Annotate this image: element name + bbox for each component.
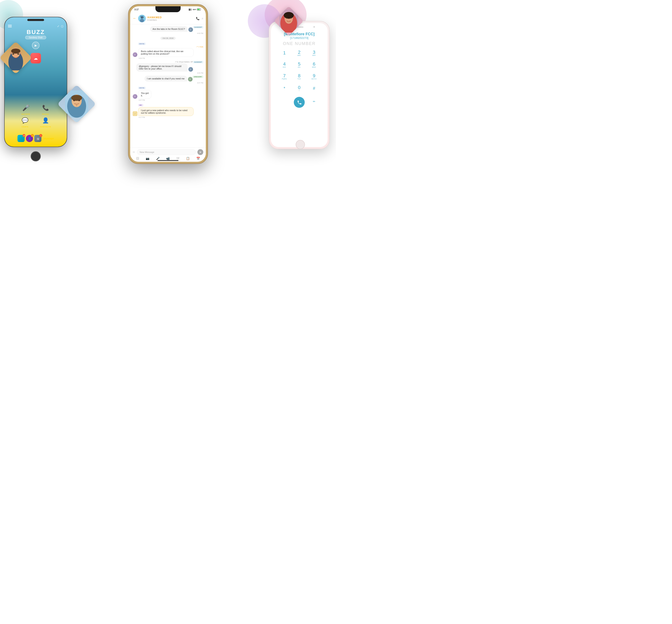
dial-screen: [Montefiore FCC] [17189202273] ONE NUMBE… <box>271 29 328 147</box>
chat-messages-area[interactable]: SANDEEP Are the labs in for Room 511C? S… <box>130 24 206 139</box>
volume-down-button[interactable] <box>269 51 269 57</box>
svg-rect-12 <box>142 17 144 18</box>
dial-sub-0: + <box>299 90 300 92</box>
dictate-button[interactable]: 🎤 DICTATE <box>21 103 30 115</box>
left-phone-notch <box>27 19 44 21</box>
call-button[interactable] <box>294 97 305 108</box>
caller-name: [Montefiore FCC] <box>274 32 324 36</box>
dial-key-0[interactable]: 0 + <box>293 83 306 94</box>
app-avatar[interactable]: 👤 1 <box>26 135 33 142</box>
calendar-icon[interactable]: 📅 <box>196 157 200 160</box>
contacts-button[interactable]: 👤 CONTACTS <box>40 116 51 128</box>
message-bubble-divya: Boris called about the clinical trial. A… <box>138 48 194 57</box>
message-time-me: 3:17 PM <box>139 116 203 118</box>
status-time: 3:17 <box>134 8 139 11</box>
message-text-sandeep-2: @gregory - please let me know if I shoul… <box>139 65 182 70</box>
phone-button[interactable]: 📞 PHONE <box>41 103 50 115</box>
menu-icon[interactable]: ≡ <box>201 17 203 20</box>
svg-point-20 <box>76 105 77 106</box>
dial-key-5[interactable]: 5 JKL <box>293 59 306 70</box>
hamburger-line-3 <box>8 27 12 27</box>
mic-icon[interactable]: 🎤 <box>156 157 160 160</box>
svg-point-19 <box>78 100 80 101</box>
sender-badge-divya: DIVYA <box>138 43 145 45</box>
battery-icon <box>197 8 201 10</box>
app-android[interactable]: 🤖 2 <box>34 135 42 142</box>
map-icon[interactable]: 🗺 <box>177 157 179 160</box>
video-icon: ▶ <box>35 44 37 47</box>
phone-call-icon[interactable]: 📞 <box>196 17 199 20</box>
send-button[interactable]: ➤ <box>197 149 203 155</box>
svg-point-25 <box>286 17 288 19</box>
hamburger-menu[interactable] <box>8 25 12 27</box>
dial-pad: 1 2 ABC 3 DEF 4 GHI <box>274 48 324 94</box>
gallery-icon[interactable]: 🖼 <box>136 157 139 160</box>
dial-num-1: 1 <box>283 51 286 55</box>
message-bubble-right: Are the labs in for Room 511C? <box>150 26 188 32</box>
message-input-row: ✏ New Message ➤ <box>133 149 203 155</box>
dial-sub-6: MNO <box>312 67 316 68</box>
center-phone: 3:17 ▐▌▌ WiFi ← <box>128 4 208 164</box>
chats-button[interactable]: 💬 CHATS <box>20 116 30 128</box>
dial-num-5: 5 <box>298 62 300 67</box>
dial-key-star[interactable]: * <box>278 83 291 94</box>
avatar-gregory: G <box>188 77 193 81</box>
svg-point-9 <box>140 16 142 17</box>
dial-num-6: 6 <box>313 62 316 67</box>
video-attach-icon[interactable]: 📹 <box>166 157 170 160</box>
dial-sub-3: DEF <box>312 55 316 56</box>
svg-point-17 <box>71 95 82 101</box>
dial-key-1[interactable]: 1 <box>278 48 291 58</box>
dial-star: * <box>284 86 285 91</box>
right-phone-home-button[interactable] <box>296 140 305 149</box>
dial-num-9: 9 <box>313 74 316 78</box>
dial-key-2[interactable]: 2 ABC <box>293 48 306 58</box>
dial-num-7: 7 <box>283 74 286 78</box>
buzz-title: BUZZ <box>27 29 45 35</box>
edit-icon: ✏ <box>313 100 316 103</box>
back-button[interactable]: ← <box>133 16 136 21</box>
dial-key-9[interactable]: 9 WXYZ <box>307 71 321 82</box>
date-divider-text: Oct 26, 2018 <box>160 37 176 40</box>
me-check-icon: ✓ <box>133 111 137 116</box>
message-divya-2: D DIVYA You got it. 3:07 PM <box>133 85 203 101</box>
dial-key-4[interactable]: 4 GHI <box>278 59 291 70</box>
chat-input-area: ✏ New Message ➤ 🖼 📷 🎤 📹 🗺 📋 📅 <box>130 147 206 162</box>
call-action-row: ✏ <box>274 95 324 108</box>
hamburger-line-1 <box>8 25 12 25</box>
sender-badge-sandeep-2: SANDEEP <box>193 61 203 63</box>
power-button[interactable] <box>329 47 330 57</box>
reply-to-label: ↗ to: Divya Katdare, NP <box>133 61 203 63</box>
svg-point-8 <box>140 19 144 22</box>
dial-num-8: 8 <box>298 74 300 78</box>
dial-num-2: 2 <box>298 50 300 55</box>
video-button[interactable]: ▶ <box>32 42 39 49</box>
edit-button[interactable]: ✏ <box>311 98 318 105</box>
message-time-divya: 3:00 PM <box>139 57 203 59</box>
buzz-user-name: Sandeep Shah <box>25 36 46 39</box>
dial-key-7[interactable]: 7 PQRS <box>278 71 291 82</box>
dial-key-hash[interactable]: # <box>307 83 321 94</box>
center-phone-screen: 3:17 ▐▌▌ WiFi ← <box>130 6 206 162</box>
dial-key-8[interactable]: 8 TUV <box>293 71 306 82</box>
status-icons: ▐▌▌ WiFi <box>188 8 201 10</box>
app-buzz-small[interactable]: 146 <box>18 135 25 142</box>
message-time-divya-2: 3:07 PM <box>139 99 203 101</box>
info-icon[interactable]: ⓘ <box>61 25 63 28</box>
expand-icon[interactable]: ⤢ <box>57 25 59 28</box>
avatar-badge: 1 <box>31 134 34 137</box>
left-phone-home-button[interactable] <box>31 151 41 161</box>
message-bubble-sandeep-2: @gregory - please let me know if I shoul… <box>136 63 188 72</box>
camera-icon[interactable]: 📷 <box>146 157 149 160</box>
dial-sub-7: PQRS <box>282 78 287 80</box>
volume-up-button[interactable] <box>269 43 269 49</box>
icons-row-2: 💬 CHATS 👤 CONTACTS <box>5 116 67 128</box>
dial-key-3[interactable]: 3 DEF <box>307 48 321 58</box>
message-input[interactable]: New Message <box>137 149 196 155</box>
android-badge: 2 <box>39 134 42 137</box>
message-bubble-gregory: I am available to chat if you need me <box>144 76 187 81</box>
form-icon[interactable]: 📋 <box>186 157 190 160</box>
cloud-icon: ☁ <box>34 56 38 61</box>
date-divider: Oct 26, 2018 <box>133 36 203 40</box>
dial-key-6[interactable]: 6 MNO <box>307 59 321 70</box>
